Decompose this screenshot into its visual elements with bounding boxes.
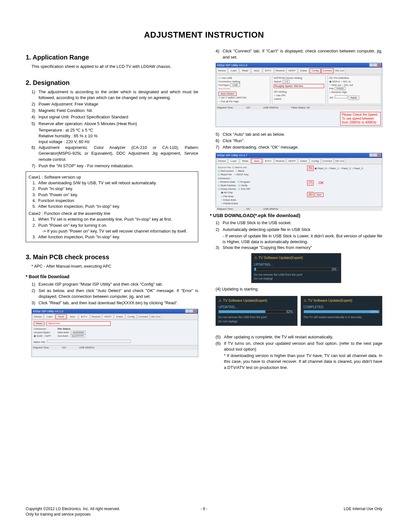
file-field[interactable]: filexxx.bin — [46, 321, 111, 326]
s2-i4: Input signal Unit: Product Specification… — [39, 114, 198, 120]
tb-load[interactable]: Load — [228, 159, 239, 163]
spi-label: SPI Setting — [274, 90, 324, 94]
pin-value[interactable]: PIN50 — [335, 87, 345, 90]
port-value[interactable]: USB — [230, 83, 240, 87]
tb-config[interactable]: Config — [310, 159, 321, 163]
radio-0xff[interactable]: 0xFF — [43, 335, 51, 337]
tb-bpv[interactable]: B.P.V — [263, 159, 274, 163]
filearea-radio[interactable]: File Area — [221, 195, 305, 198]
tb-connect[interactable]: Connect — [321, 159, 333, 163]
tb-discon[interactable]: Dis Con — [334, 68, 346, 73]
tb-auto[interactable]: Auto — [67, 314, 78, 319]
tb-restore[interactable]: Restore — [90, 314, 102, 319]
min-icon: – — [185, 309, 189, 313]
tb-device[interactable]: Device — [32, 314, 43, 319]
u2: Automatically detecting update file in U… — [223, 227, 382, 233]
use-usb-check[interactable]: Use USB — [218, 76, 269, 80]
readfile-check[interactable]: Read File — [218, 173, 232, 176]
u2a: - If version of update file in USB Stick… — [223, 233, 382, 245]
jig-field[interactable] — [335, 95, 348, 98]
speed-warn-3: from 200KHz to 400KHz — [342, 121, 379, 124]
batch-field[interactable] — [47, 340, 131, 343]
tb-discon[interactable]: Dis Con — [334, 159, 346, 163]
sdaout[interactable]: SDA out — [329, 84, 341, 87]
c1-2: Push "In-stop" key. — [38, 186, 73, 192]
flash3-radio[interactable]: Flash_3 — [351, 167, 363, 170]
c1-1: After downloading S/W by USB, TV set wil… — [38, 180, 195, 186]
speed-value[interactable]: 7.4 — [283, 80, 289, 83]
b1n: 1) — [31, 281, 39, 287]
tb-device[interactable]: Device — [217, 68, 227, 73]
b2: Set as below, and then click "Auto Detec… — [39, 288, 198, 299]
status-et: Elapsed Time: — [217, 207, 234, 211]
upd2a-hdr: TV Software Update(Expert) — [223, 298, 267, 302]
exit-check[interactable]: Exit ISP — [238, 188, 250, 190]
shot1-toolbar: Device Load Read Auto B.P.V Restore HDCP… — [32, 314, 198, 320]
sdain[interactable]: SDA in — [329, 80, 340, 83]
comm-label: Connection Setting — [218, 80, 269, 83]
tb-bpv[interactable]: B.P.V — [79, 314, 90, 319]
u1n: 1) — [216, 220, 223, 226]
tb-discon[interactable]: Dis Con — [150, 314, 162, 319]
auto-detect-button[interactable]: Auto Detect — [218, 92, 236, 96]
page-title: ADJUSTMENT INSTRUCTION — [26, 29, 382, 41]
tb-erase[interactable]: Erase — [298, 68, 309, 73]
reconnect-check[interactable]: ReConnect — [218, 170, 234, 172]
r5n: 5) — [216, 132, 223, 137]
tb-load[interactable]: Load — [228, 68, 239, 73]
allchip-radio[interactable]: All Chip — [221, 191, 305, 194]
flash1-radio[interactable]: Flash_1 — [327, 167, 339, 170]
tb-bpv[interactable]: B.P.V — [263, 68, 274, 73]
tb-hdcp[interactable]: HDCP — [287, 68, 297, 73]
tb-read[interactable]: Read — [240, 68, 251, 73]
tb-erase[interactable]: Erase — [298, 159, 309, 163]
tb-auto[interactable]: Auto — [251, 159, 262, 163]
tb-connect[interactable]: Connect — [137, 314, 149, 319]
tb-load[interactable]: Load — [44, 314, 55, 319]
pull-check[interactable]: Pull all Pin High — [218, 100, 269, 103]
tb-config[interactable]: Config — [126, 314, 137, 319]
u2n: 2) — [216, 227, 223, 233]
usespi-check[interactable]: Use SPI — [274, 94, 324, 97]
c1-3: Push "Power on" key. — [38, 192, 78, 198]
erase-check[interactable]: Erase Device — [218, 188, 236, 190]
tb-erase[interactable]: Erase — [114, 314, 125, 319]
verify-check[interactable]: Verify — [238, 184, 247, 187]
tb-config[interactable]: Config — [310, 68, 321, 73]
upd1-pct: 0% — [332, 267, 336, 272]
hdcpkey-check[interactable]: HDCP Key — [234, 173, 249, 176]
sclout[interactable]: SCL out — [341, 84, 353, 87]
s2-i7n: 7) — [31, 163, 39, 169]
pin-label: PIN: — [329, 87, 334, 90]
radio-0x00[interactable]: 0x00 — [34, 335, 42, 337]
partial-radio[interactable]: Partial Erase — [221, 202, 305, 205]
tb-auto[interactable]: Auto — [251, 68, 262, 73]
sclin[interactable]: SCL in — [341, 80, 351, 83]
read-button[interactable]: Read — [34, 321, 44, 326]
restore-check[interactable]: Restore Data — [218, 180, 235, 183]
multi-check[interactable]: Multi Flashes — [218, 184, 236, 187]
update-dialog-pair: ⚠TV Software Update(Expert) UPDATING... … — [216, 293, 382, 328]
pin-check[interactable]: pin 1 switch UART/I2c — [218, 96, 269, 99]
flash0-radio[interactable]: Flash_0 — [315, 167, 327, 170]
update-dialog-62: ⚠TV Software Update(Expert) UPDATING... … — [216, 296, 297, 326]
screenshot-isp-auto: MStar ISP Utility V4.3.7 –□× Device Load… — [216, 153, 382, 207]
run-button[interactable]: Run — [315, 193, 324, 197]
tb-restore[interactable]: Restore — [274, 68, 286, 73]
blank-check[interactable]: Blank — [236, 170, 244, 172]
batch-label: Batch File : — [34, 341, 47, 344]
min-icon: – — [369, 63, 373, 67]
tb-read[interactable]: Read — [240, 159, 251, 163]
tb-restore[interactable]: Restore — [274, 159, 286, 163]
tb-hdcp[interactable]: HDCP — [287, 159, 297, 163]
erasearea-radio[interactable]: Erase Area — [221, 198, 305, 202]
tb-device[interactable]: Device — [217, 159, 227, 163]
tb-connect[interactable]: Connect — [321, 68, 333, 73]
tb-read[interactable]: Read — [56, 314, 67, 319]
tb-hdcp[interactable]: HDCP — [102, 314, 113, 319]
s2-i2: Power Adjustment: Free Voltage — [39, 101, 198, 107]
flash2-radio[interactable]: Flash_2 — [339, 167, 351, 170]
program-check[interactable]: Program — [237, 180, 250, 183]
reverse-check[interactable]: Reverse High — [329, 90, 379, 94]
apply-button[interactable]: Apply — [348, 96, 359, 100]
